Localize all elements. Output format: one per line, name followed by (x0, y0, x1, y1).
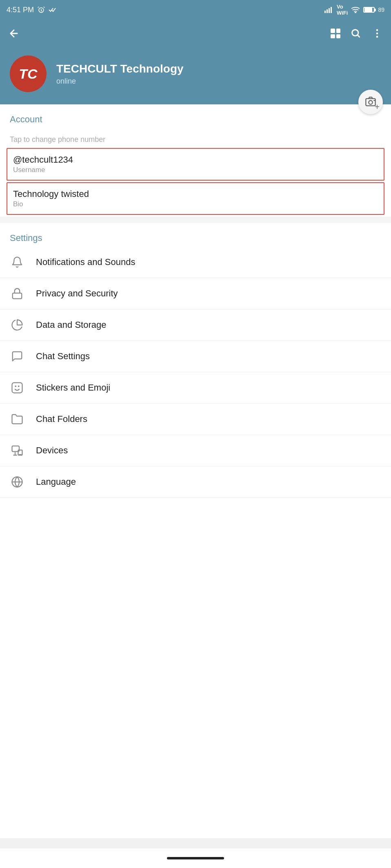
back-icon (8, 28, 20, 39)
settings-item-folders[interactable]: Chat Folders (0, 404, 391, 435)
settings-item-language[interactable]: Language (0, 466, 391, 498)
settings-item-data[interactable]: Data and Storage (0, 309, 391, 341)
content-area: Account Tap to change phone number @tech… (0, 104, 391, 838)
folder-icon (10, 412, 24, 426)
status-right-area: VoWiFi 89 (324, 4, 384, 16)
search-icon (350, 28, 362, 39)
checkmarks-icon (49, 7, 56, 13)
settings-item-devices[interactable]: Devices (0, 435, 391, 466)
home-indicator (167, 857, 224, 859)
bio-value: Technology twisted (13, 189, 378, 199)
settings-item-notifications[interactable]: Notifications and Sounds (0, 247, 391, 278)
alarm-icon (37, 6, 45, 14)
svg-point-9 (376, 36, 378, 38)
pie-chart-icon (10, 318, 24, 332)
wifi-icon (351, 7, 360, 13)
phone-hint: Tap to change phone number (0, 128, 391, 146)
devices-icon (10, 443, 24, 458)
bottom-bar (0, 848, 391, 868)
profile-name: TECHCULT Technology (56, 62, 381, 75)
back-button[interactable] (8, 28, 20, 39)
svg-point-11 (369, 101, 372, 104)
bio-field[interactable]: Technology twisted Bio (7, 182, 384, 215)
qr-button[interactable] (331, 29, 340, 38)
status-bar: 4:51 PM VoWiFi 89 (0, 0, 391, 20)
profile-section: TC TECHCULT Technology online + (0, 47, 391, 104)
svg-rect-1 (324, 11, 326, 13)
profile-info: TECHCULT Technology online (56, 62, 381, 86)
data-label: Data and Storage (36, 320, 106, 330)
account-section-header: Account (0, 104, 391, 128)
folders-label: Chat Folders (36, 414, 87, 424)
time-display: 4:51 PM (7, 6, 34, 14)
profile-status: online (56, 77, 381, 86)
chat-settings-label: Chat Settings (36, 351, 90, 362)
notifications-label: Notifications and Sounds (36, 257, 135, 267)
svg-rect-13 (13, 293, 22, 299)
svg-rect-4 (331, 7, 332, 13)
add-photo-plus: + (375, 102, 380, 112)
language-label: Language (36, 477, 76, 487)
more-icon (371, 28, 383, 39)
svg-rect-3 (329, 8, 330, 13)
sticker-icon (10, 380, 24, 395)
avatar-text: TC (19, 66, 37, 82)
bell-icon (10, 255, 24, 269)
battery-icon (363, 7, 375, 13)
svg-point-8 (376, 33, 378, 35)
bio-label: Bio (13, 200, 378, 208)
username-field[interactable]: @techcult1234 Username (7, 148, 384, 181)
username-label: Username (13, 166, 378, 174)
settings-item-chat[interactable]: Chat Settings (0, 341, 391, 372)
settings-section-header: Settings (0, 223, 391, 247)
svg-point-7 (376, 29, 378, 31)
battery-level: 89 (378, 7, 384, 13)
avatar[interactable]: TC (10, 55, 47, 92)
svg-point-16 (18, 385, 20, 387)
signal-icon (324, 7, 333, 13)
toolbar (0, 20, 391, 47)
stickers-label: Stickers and Emoji (36, 382, 110, 393)
devices-label: Devices (36, 445, 68, 456)
qr-icon (331, 29, 340, 38)
svg-rect-2 (327, 9, 328, 13)
chat-bubble-icon (10, 349, 24, 364)
add-photo-button[interactable]: + (358, 90, 383, 114)
toolbar-actions (331, 28, 383, 39)
settings-item-stickers[interactable]: Stickers and Emoji (0, 372, 391, 404)
more-button[interactable] (371, 28, 383, 39)
svg-point-5 (355, 12, 356, 13)
username-value: @techcult1234 (13, 155, 378, 165)
globe-icon (10, 475, 24, 489)
privacy-label: Privacy and Security (36, 288, 118, 299)
status-time-area: 4:51 PM (7, 6, 56, 14)
svg-point-15 (15, 385, 16, 387)
search-button[interactable] (350, 28, 362, 39)
settings-item-privacy[interactable]: Privacy and Security (0, 278, 391, 309)
svg-rect-14 (12, 383, 22, 393)
section-separator (0, 216, 391, 223)
lock-icon (10, 286, 24, 301)
wifi-label: VoWiFi (337, 4, 348, 16)
